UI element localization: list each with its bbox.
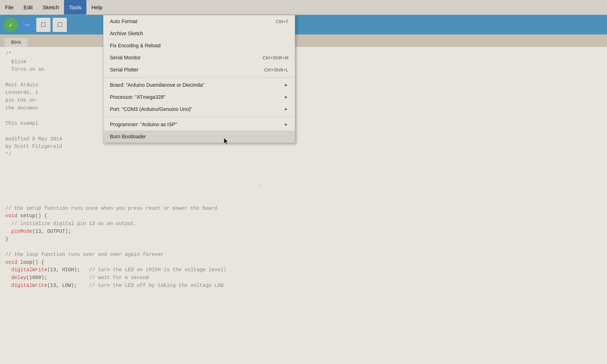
- menu-serial-monitor[interactable]: Serial Monitor Ctrl+Shift+M: [103, 52, 295, 64]
- auto-format-label: Auto Format: [110, 18, 137, 24]
- port-label: Port: "COM3 (Arduino/Genuino Uno)": [110, 106, 192, 112]
- menu-edit[interactable]: Edit: [18, 0, 38, 15]
- serial-plotter-shortcut: Ctrl+Shift+L: [264, 67, 288, 73]
- toolbar: ✓ → □ □: [0, 15, 607, 34]
- tab-bar: Blink: [0, 34, 607, 47]
- menu-serial-plotter[interactable]: Serial Plotter Ctrl+Shift+L: [103, 64, 295, 76]
- tab-blink[interactable]: Blink: [4, 37, 28, 47]
- programmer-arrow-icon: ►: [284, 122, 288, 127]
- separator-1: [103, 77, 295, 77]
- menu-file[interactable]: File: [0, 0, 18, 15]
- processor-arrow-icon: ►: [284, 95, 288, 100]
- fix-encoding-label: Fix Encoding & Reload: [110, 43, 160, 48]
- tools-dropdown-menu: Auto Format Ctrl+T Archive Sketch Fix En…: [103, 15, 295, 143]
- burn-bootloader-label: Burn Bootloader: [110, 134, 146, 139]
- archive-sketch-label: Archive Sketch: [110, 31, 143, 36]
- code-editor[interactable]: /* Blink Turns on an peatedly. Most Ardu…: [0, 47, 607, 364]
- menu-bar: File Edit Sketch Tools Help: [0, 0, 607, 15]
- menu-auto-format[interactable]: Auto Format Ctrl+T: [103, 15, 295, 27]
- processor-label: Processor: "ATmega328": [110, 94, 165, 100]
- menu-port[interactable]: Port: "COM3 (Arduino/Genuino Uno)" ►: [103, 103, 295, 115]
- menu-burn-bootloader[interactable]: Burn Bootloader: [103, 130, 295, 143]
- serial-monitor-label: Serial Monitor: [110, 55, 140, 60]
- new-button[interactable]: □: [36, 18, 50, 32]
- menu-programmer[interactable]: Programmer: "Arduino as ISP" ►: [103, 118, 295, 130]
- programmer-label: Programmer: "Arduino as ISP": [110, 122, 177, 127]
- board-label: Board: "Arduino Duemilanove or Diecimila…: [110, 82, 204, 88]
- serial-monitor-shortcut: Ctrl+Shift+M: [263, 55, 288, 60]
- menu-archive-sketch[interactable]: Archive Sketch: [103, 27, 295, 39]
- menu-sketch[interactable]: Sketch: [38, 0, 64, 15]
- menu-board[interactable]: Board: "Arduino Duemilanove or Diecimila…: [103, 79, 295, 91]
- port-arrow-icon: ►: [284, 107, 288, 112]
- verify-button[interactable]: ✓: [4, 18, 18, 32]
- open-button[interactable]: □: [53, 18, 67, 32]
- code-content: /* Blink Turns on an peatedly. Most Ardu…: [5, 50, 602, 289]
- upload-button[interactable]: →: [20, 18, 34, 32]
- auto-format-shortcut: Ctrl+T: [276, 19, 288, 24]
- menu-help[interactable]: Help: [86, 0, 107, 15]
- board-arrow-icon: ►: [284, 82, 288, 87]
- serial-plotter-label: Serial Plotter: [110, 67, 138, 73]
- menu-processor[interactable]: Processor: "ATmega328" ►: [103, 91, 295, 103]
- menu-fix-encoding[interactable]: Fix Encoding & Reload: [103, 39, 295, 52]
- menu-tools[interactable]: Tools: [64, 0, 86, 15]
- separator-2: [103, 117, 295, 117]
